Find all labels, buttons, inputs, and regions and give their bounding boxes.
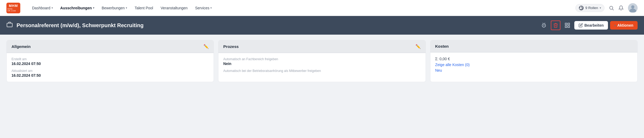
subheader-actions: Bearbeiten ▾ Aktionen (539, 21, 638, 30)
chevron-down-icon: ▾ (93, 6, 94, 9)
kosten-card: Kosten Σ: 0,00 € Zeige alle Kosten (0) N… (430, 40, 638, 82)
svg-line-9 (545, 23, 545, 23)
briefcase-icon (6, 21, 13, 29)
kosten-neu-button[interactable]: Neu (435, 68, 442, 72)
nav-label-services: Services (195, 6, 210, 10)
erstellt-am-value: 16.02.2024 07:50 (11, 62, 209, 66)
chevron-down-icon: ▾ (210, 6, 212, 9)
roles-button[interactable]: 9 Rollen ▾ (575, 4, 604, 12)
fachbereich-label: Automatisch an Fachbereich freigeben (223, 57, 421, 61)
subheader: Personalreferent (m/w/d), Schwerpunkt Re… (0, 16, 644, 35)
user-avatar[interactable] (628, 3, 638, 13)
kosten-sum: Σ: 0,00 € (435, 57, 633, 61)
svg-rect-10 (565, 23, 567, 25)
chevron-down-icon: ▾ (126, 6, 127, 9)
svg-line-8 (543, 23, 543, 23)
roles-icon (579, 6, 584, 10)
allgemein-card: Allgemein ✏️ Erstellt am 16.02.2024 07:5… (6, 40, 214, 82)
svg-point-2 (610, 6, 613, 9)
prozess-card-title: Prozess (223, 44, 239, 49)
logo[interactable]: MHM MHM-HR.COM (6, 3, 20, 13)
aktionen-button[interactable]: ▾ Aktionen (610, 21, 638, 30)
subheader-left: Personalreferent (m/w/d), Schwerpunkt Re… (6, 21, 144, 29)
chevron-down-icon: ▾ (52, 6, 53, 9)
allgemein-card-body: Erstellt am 16.02.2024 07:50 Aktualisier… (7, 53, 214, 82)
svg-line-3 (612, 9, 614, 10)
page-title: Personalreferent (m/w/d), Schwerpunkt Re… (17, 22, 144, 29)
alarm-button[interactable] (539, 21, 549, 30)
nav-item-bewerbungen[interactable]: Bewerbungen ▾ (99, 4, 130, 12)
allgemein-edit-icon[interactable]: ✏️ (203, 44, 209, 49)
notification-button[interactable] (618, 5, 624, 11)
svg-rect-6 (7, 23, 12, 27)
svg-rect-13 (568, 26, 570, 27)
nav-item-ausschreibungen[interactable]: Ausschreibungen ▾ (57, 4, 97, 12)
aktualisiert-am-value: 16.02.2024 07:50 (11, 73, 209, 78)
svg-rect-12 (565, 26, 567, 27)
prozess-card-body: Automatisch an Fachbereich freigeben Nei… (218, 53, 425, 78)
prozess-card: Prozess ✏️ Automatisch an Fachbereich fr… (218, 40, 426, 82)
chevron-down-icon: ▾ (614, 24, 616, 27)
search-button[interactable] (609, 5, 614, 11)
svg-rect-11 (568, 23, 570, 25)
nav-label-dashboard: Dashboard (32, 6, 50, 10)
nav-item-services[interactable]: Services ▾ (192, 4, 215, 12)
grid-button[interactable] (563, 21, 572, 30)
kosten-link[interactable]: Zeige alle Kosten (0) (435, 63, 633, 67)
prozess-card-header: Prozess ✏️ (218, 40, 425, 53)
nav-label-ausschreibungen: Ausschreibungen (60, 6, 92, 10)
nav-label-bewerbungen: Bewerbungen (102, 6, 125, 10)
aktualisiert-am-label: Aktualisiert am (11, 69, 209, 73)
logo-text-top: MHM (9, 4, 18, 7)
nav-items: Dashboard ▾ Ausschreibungen ▾ Bewerbunge… (29, 4, 575, 12)
kosten-card-header: Kosten (430, 40, 637, 52)
bearbeiten-label: Bearbeiten (584, 23, 604, 27)
bearbeiten-button[interactable]: Bearbeiten (574, 21, 608, 30)
allgemein-card-title: Allgemein (11, 44, 31, 49)
erstellt-am-label: Erstellt am (11, 57, 209, 61)
kosten-card-body: Σ: 0,00 € Zeige alle Kosten (0) Neu (430, 52, 637, 77)
chevron-down-icon: ▾ (600, 6, 601, 9)
nav-label-veranstaltungen: Veranstaltungen (160, 6, 187, 10)
svg-point-1 (582, 7, 583, 8)
delete-button[interactable] (551, 21, 560, 30)
prozess-edit-icon[interactable]: ✏️ (415, 44, 421, 49)
fachbereich-value: Nein (223, 62, 421, 66)
nav-right: 9 Rollen ▾ (575, 3, 638, 13)
logo-text-bot: MHM-HR.COM (7, 8, 19, 12)
nav-item-veranstaltungen[interactable]: Veranstaltungen (157, 4, 191, 12)
nav-label-talent-pool: Talent Pool (135, 6, 153, 10)
content-area: Allgemein ✏️ Erstellt am 16.02.2024 07:5… (0, 35, 644, 87)
svg-point-5 (631, 5, 634, 9)
kosten-card-title: Kosten (435, 44, 449, 48)
aktionen-label: Aktionen (617, 23, 633, 27)
nav-item-dashboard[interactable]: Dashboard ▾ (29, 4, 56, 12)
nav-item-talent-pool[interactable]: Talent Pool (131, 4, 156, 12)
svg-point-0 (580, 6, 582, 8)
roles-label: 9 Rollen (585, 6, 598, 10)
betriebsrat-label: Automatisch bei der Betriebsratsanhörung… (223, 69, 421, 73)
allgemein-card-header: Allgemein ✏️ (7, 40, 214, 53)
navbar: MHM MHM-HR.COM Dashboard ▾ Ausschreibung… (0, 0, 644, 16)
